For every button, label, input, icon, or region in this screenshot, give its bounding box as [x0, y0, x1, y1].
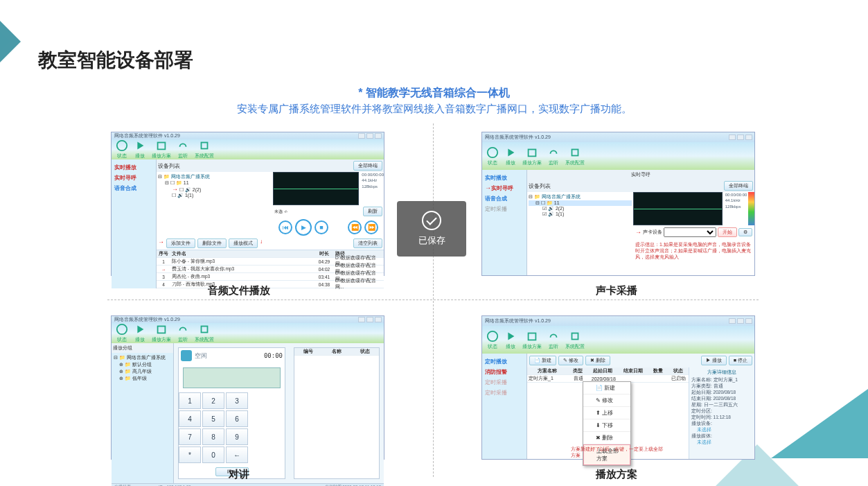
svg-point-9: [488, 331, 497, 340]
key-9[interactable]: 9: [226, 428, 248, 445]
key-2[interactable]: 2: [202, 392, 224, 409]
page-subtitle: * 智能教学无线音箱综合一体机: [0, 86, 868, 101]
page-title: 教室智能设备部署: [38, 47, 193, 73]
svg-rect-4: [529, 149, 536, 156]
add-file-button[interactable]: 添加文件: [166, 238, 195, 248]
rewind-button[interactable]: ⏪: [348, 220, 362, 234]
svg-point-0: [117, 141, 127, 150]
group-tree[interactable]: 播放分组 ⊟ 📁 网络音频广播系统 ⊕ 📁 默认分组 ⊕ 📁 高几年级 ⊕ 📁 …: [112, 343, 174, 483]
capture-hint: 提示信息：1.如果是要采集电脑的声音，电脑录音设备时开立体声混音；2.如果是要喊…: [633, 239, 754, 262]
window-titlebar: 网络音频系统管理软件 v1.0.29: [112, 132, 384, 139]
key-0[interactable]: 0: [202, 446, 224, 463]
svg-rect-7: [158, 327, 166, 333]
key-8[interactable]: 8: [202, 428, 224, 445]
vu-meter: [748, 192, 754, 225]
svg-rect-5: [572, 149, 578, 155]
waveform-display: [633, 192, 723, 225]
intercom-icon: [181, 350, 192, 361]
key-3[interactable]: 3: [226, 392, 248, 409]
ctx-new[interactable]: 📄 新建: [583, 382, 630, 394]
play-button[interactable]: ▶: [295, 219, 312, 236]
refresh-button[interactable]: 刷新: [363, 207, 382, 216]
device-list-label: 设备列表: [158, 162, 180, 170]
waveform-display: [273, 172, 359, 205]
clear-list-button[interactable]: 清空列表: [353, 238, 382, 248]
key-5[interactable]: 5: [202, 410, 224, 427]
ctx-up[interactable]: ⬆ 上移: [583, 407, 630, 419]
screenshot-intercom: 网络音频系统管理软件 v1.0.29 状态 播放 播放方案 监听 系统配置 播放…: [111, 315, 384, 460]
toolbar-play[interactable]: 播放: [134, 139, 146, 159]
key-back[interactable]: ←: [226, 446, 248, 463]
svg-rect-11: [572, 333, 578, 339]
audio-info: 00:00/00:0044.1kHz128kbps: [359, 172, 384, 205]
sidebar-tts[interactable]: 语音合成: [114, 183, 153, 193]
window-title: 网络音频系统管理软件 v1.0.29: [112, 132, 180, 139]
decoration-top-left: [0, 21, 21, 62]
all-terminals-button[interactable]: 全部终端: [353, 161, 382, 171]
file-table: 序号文件名时长路径 1陈小春 - 算你狠.mp304:29D:\数据盘缓存\配音…: [157, 250, 384, 288]
table-row[interactable]: 4刀郎 - 西海情歌.mp304:38D:\数据盘缓存\配音网...: [157, 281, 384, 288]
divider-vertical: [433, 123, 434, 477]
sidebar-realtime-play[interactable]: 实时播放: [114, 162, 153, 173]
key-4[interactable]: 4: [179, 410, 201, 427]
sidebar-realtime-page[interactable]: 实时寻呼: [114, 173, 153, 183]
page-description: 安装专属广播系统管理软件并将教室网线接入音箱数字广播网口，实现数字广播功能。: [0, 103, 868, 116]
key-1[interactable]: 1: [179, 392, 201, 409]
toast-label: 已保存: [418, 234, 445, 247]
sidebar: 实时播放 实时寻呼 语音合成: [112, 159, 157, 288]
caption-2: 声卡采播: [596, 284, 637, 297]
screenshot-play-plan: 网络音频系统管理软件 v1.0.29 状态 播放 播放方案 监听 系统配置 定时…: [481, 315, 755, 460]
svg-point-6: [117, 324, 127, 334]
call-timer: 00:00: [264, 352, 283, 359]
screenshot-soundcard-capture: 网络音频系统管理软件 v1.0.29 状态 播放 播放方案 监听 系统配置 实时…: [481, 132, 755, 276]
new-plan-button[interactable]: 📄 新建: [529, 356, 556, 365]
play-plan-button[interactable]: ▶ 播放: [701, 356, 727, 365]
start-capture-button[interactable]: 开始: [718, 227, 737, 237]
status-bar: 广播状态IP：192.168.1.20当前时间 2020-08-18 11:12…: [112, 483, 384, 486]
dialer-panel: 空闲 00:00 123 456 789 *0← 呼叫: [178, 347, 285, 479]
plan-info-panel: 方案详细信息 方案名称: 定时方案_1方案类型: 普通 起始日期: 2020/0…: [689, 367, 754, 459]
status-idle: 空闲: [195, 352, 207, 361]
tab-realtime-page: 实时寻呼: [527, 170, 754, 180]
dial-display: [183, 367, 281, 388]
ctx-down[interactable]: ⬇ 下移: [583, 419, 630, 432]
keypad: 123 456 789 *0←: [179, 392, 285, 463]
window-controls: [358, 133, 384, 139]
saved-toast: 已保存: [397, 201, 466, 257]
device-status-list: 编号名称状态: [294, 347, 380, 479]
stop-plan-button[interactable]: ■ 停止: [729, 356, 752, 365]
play-mode-button[interactable]: 播放模式: [229, 238, 258, 248]
delete-file-button[interactable]: 删除文件: [197, 238, 227, 248]
key-7[interactable]: 7: [179, 428, 201, 445]
svg-rect-8: [202, 327, 208, 333]
prev-button[interactable]: ⏮: [278, 220, 292, 234]
plan-hint: 方案新建好了以后，右键，一定要上载全部方案: [569, 444, 666, 460]
key-6[interactable]: 6: [226, 410, 248, 427]
edit-plan-button[interactable]: ✎ 修改: [558, 356, 583, 365]
ctx-edit[interactable]: ✎ 修改: [583, 394, 630, 407]
main-toolbar: 状态 播放 播放方案 监听 系统配置: [112, 139, 384, 159]
toolbar-config[interactable]: 系统配置: [195, 139, 214, 159]
caption-3: 对讲: [229, 468, 249, 481]
toolbar-plan[interactable]: 播放方案: [152, 139, 171, 159]
soundcard-label: 声卡设备: [643, 229, 662, 236]
ctx-del[interactable]: ✖ 删除: [583, 432, 630, 444]
caption-1: 音频文件播放: [208, 284, 270, 297]
svg-point-3: [488, 147, 497, 157]
device-tree[interactable]: ⊟ 📁 网络音频广播系统 ⊟ ☐ 📁 11 → ☐ 🔊 2(2) ☐ 🔊 1(1…: [157, 172, 273, 237]
toolbar-status[interactable]: 状态: [116, 139, 128, 159]
toolbar-monitor[interactable]: 监听: [177, 139, 189, 159]
forward-button[interactable]: ⏩: [364, 220, 378, 234]
delete-plan-button[interactable]: ✖ 删除: [585, 356, 610, 365]
screenshot-audio-playback: 网络音频系统管理软件 v1.0.29 状态 播放 播放方案 监听 系统配置 实时…: [111, 132, 384, 276]
svg-rect-2: [202, 143, 208, 149]
stop-button[interactable]: ■: [315, 220, 328, 234]
svg-rect-1: [158, 143, 166, 150]
soundcard-select[interactable]: [664, 227, 716, 237]
file-buttons-row: →添加文件 删除文件 播放模式 ↓ 清空列表: [157, 237, 384, 250]
key-star[interactable]: *: [179, 446, 201, 463]
caption-4: 播放方案: [596, 468, 637, 481]
check-icon: [422, 211, 441, 230]
player-controls: ⏮ ▶ ■ ⏪ ⏩: [273, 218, 384, 237]
svg-rect-10: [529, 333, 536, 340]
